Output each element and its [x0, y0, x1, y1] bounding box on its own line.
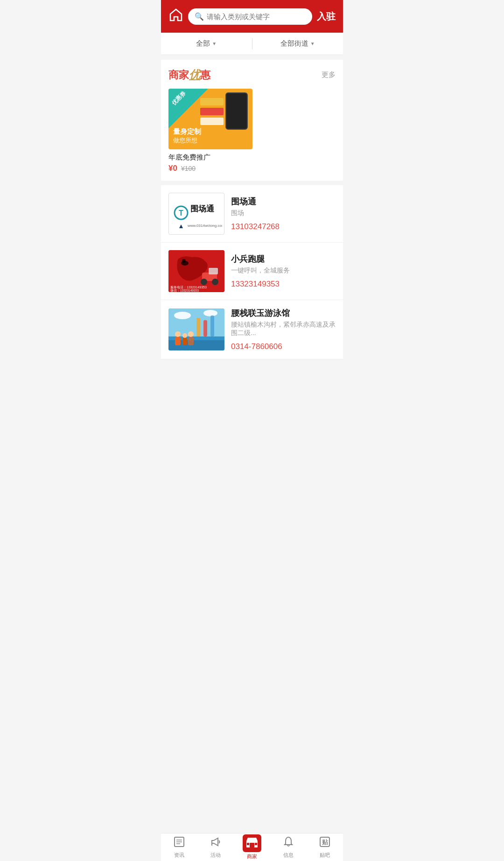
merchant-info: 腰栈联玉游泳馆 腰站镇榆木沟村，紧邻承赤高速及承围二级... 0314-7860…	[231, 308, 336, 351]
home-icon[interactable]	[168, 7, 183, 26]
svg-text:围场通: 围场通	[190, 204, 215, 213]
category-filter[interactable]: 全部 ▼	[161, 33, 252, 55]
deals-section: 商家优惠 更多 优惠券 量身定制 做您所想	[161, 60, 343, 181]
merchant-name: 小兵跑腿	[231, 253, 336, 265]
merchant-logo-wct: T 围场通 www.0314wctong.com	[168, 193, 224, 235]
merchant-item[interactable]: 腰栈联玉游泳馆 腰站镇榆木沟村，紧邻承赤高速及承围二级... 0314-7860…	[161, 300, 343, 359]
svg-rect-26	[188, 337, 194, 345]
phone-mockup	[225, 92, 248, 130]
svg-text:T: T	[179, 209, 183, 217]
deals-section-header: 商家优惠 更多	[168, 67, 336, 82]
deal-image-text: 量身定制 做您所想	[173, 127, 201, 145]
street-filter[interactable]: 全部街道 ▼	[252, 33, 343, 55]
deals-title-yi: 优	[189, 67, 200, 82]
svg-rect-16	[196, 318, 200, 336]
svg-text:www.0314wctong.com: www.0314wctong.com	[187, 224, 222, 228]
merchant-info: 围场通 围场 13103247268	[231, 196, 336, 231]
app-header: 🔍 入驻	[161, 0, 343, 33]
merchant-category: 一键呼叫，全城服务	[231, 266, 336, 275]
svg-rect-24	[182, 338, 187, 345]
deals-title-part1: 商家	[168, 68, 189, 82]
svg-point-15	[203, 310, 217, 316]
merchant-logo-xbpt: 服务电话：13323149353 微信：13323149353	[168, 250, 224, 292]
svg-text:微信：13323149353: 微信：13323149353	[170, 289, 199, 292]
filter-bar: 全部 ▼ 全部街道 ▼	[161, 33, 343, 55]
deal-img-text2: 做您所想	[173, 136, 201, 145]
svg-point-21	[175, 331, 181, 337]
merchant-phone[interactable]: 13323149353	[231, 280, 336, 289]
svg-rect-17	[203, 320, 207, 336]
svg-rect-22	[175, 337, 181, 345]
deal-image: 优惠券 量身定制 做您所想	[168, 89, 252, 149]
svg-point-6	[182, 259, 186, 263]
search-bar[interactable]: 🔍	[188, 8, 312, 25]
merchant-phone[interactable]: 0314-7860606	[231, 342, 336, 351]
deal-card[interactable]: 优惠券 量身定制 做您所想 年底免费推广 ¥0 ¥100	[168, 89, 252, 173]
svg-point-9	[212, 279, 218, 285]
deal-price-new: ¥0	[168, 164, 177, 173]
deals-title: 商家优惠	[168, 67, 210, 82]
merchant-category: 腰站镇榆木沟村，紧邻承赤高速及承围二级...	[231, 321, 336, 337]
svg-rect-18	[210, 315, 214, 336]
search-icon: 🔍	[195, 12, 204, 21]
merchant-item[interactable]: 服务电话：13323149353 微信：13323149353 小兵跑腿 一键呼…	[161, 243, 343, 300]
svg-point-23	[182, 333, 187, 338]
deals-more-button[interactable]: 更多	[322, 70, 336, 79]
merchant-name: 围场通	[231, 196, 336, 207]
deal-price-row: ¥0 ¥100	[168, 164, 252, 173]
merchant-logo-pool	[168, 308, 224, 350]
svg-text:服务电话：13323149353: 服务电话：13323149353	[170, 286, 207, 289]
street-label: 全部街道	[280, 39, 308, 48]
card-mockup	[200, 98, 224, 125]
svg-point-14	[174, 312, 191, 319]
merchant-category: 围场	[231, 209, 336, 217]
deal-img-text1: 量身定制	[173, 127, 201, 136]
merchant-list: T 围场通 www.0314wctong.com 围场通 围场 13103247…	[161, 185, 343, 359]
svg-point-25	[188, 331, 194, 337]
svg-point-8	[201, 279, 207, 285]
category-label: 全部	[196, 39, 210, 48]
register-button[interactable]: 入驻	[317, 10, 336, 23]
merchant-name: 腰栈联玉游泳馆	[231, 308, 336, 319]
merchant-phone[interactable]: 13103247268	[231, 222, 336, 231]
svg-rect-10	[209, 268, 218, 274]
page-content: 商家优惠 更多 优惠券 量身定制 做您所想	[161, 60, 343, 392]
merchant-item[interactable]: T 围场通 www.0314wctong.com 围场通 围场 13103247…	[161, 185, 343, 243]
search-input[interactable]	[207, 13, 306, 21]
deal-price-old: ¥100	[181, 165, 196, 172]
deal-card-title: 年底免费推广	[168, 153, 252, 162]
category-chevron-icon: ▼	[212, 41, 217, 46]
deals-title-part2: 惠	[200, 68, 210, 82]
street-chevron-icon: ▼	[310, 41, 315, 46]
merchant-info: 小兵跑腿 一键呼叫，全城服务 13323149353	[231, 253, 336, 289]
